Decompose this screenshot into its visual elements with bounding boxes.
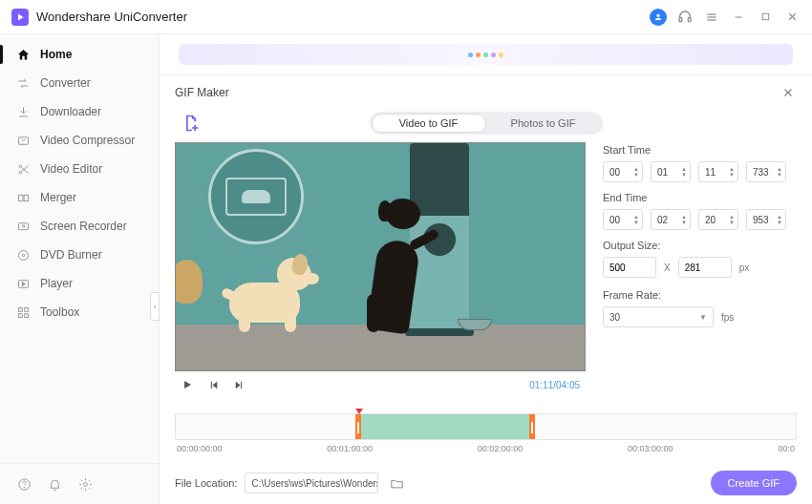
sidebar-item-label: Video Editor — [40, 162, 102, 176]
svg-point-25 — [83, 482, 87, 486]
app-logo — [11, 9, 29, 26]
x-label: X — [664, 262, 671, 273]
account-icon[interactable] — [650, 9, 667, 26]
end-m-input[interactable]: ▲▼ — [651, 209, 691, 230]
timeline[interactable] — [175, 413, 797, 440]
svg-rect-14 — [18, 222, 28, 229]
add-file-icon[interactable] — [181, 113, 202, 134]
height-input[interactable] — [678, 257, 732, 278]
end-ms-input[interactable]: ▲▼ — [746, 209, 786, 230]
panel-title: GIF Maker — [175, 86, 229, 99]
sidebar-item-downloader[interactable]: Downloader — [0, 97, 159, 126]
download-icon — [15, 104, 31, 119]
next-frame-button[interactable] — [233, 379, 246, 391]
end-time-label: End Time — [603, 192, 797, 203]
sidebar-collapse[interactable]: ‹ — [150, 292, 160, 321]
svg-point-15 — [22, 224, 25, 227]
file-location-label: File Location: — [175, 477, 237, 489]
sidebar-item-label: Downloader — [40, 105, 101, 118]
sidebar-item-label: Toolbox — [40, 305, 79, 319]
help-icon[interactable] — [15, 475, 32, 493]
bell-icon[interactable] — [46, 475, 63, 493]
grid-icon — [15, 304, 31, 320]
sidebar-item-toolbox[interactable]: Toolbox — [0, 298, 159, 326]
converter-icon — [15, 75, 31, 91]
svg-point-24 — [24, 487, 25, 488]
headset-icon[interactable] — [676, 9, 694, 26]
start-h-input[interactable]: ▲▼ — [603, 161, 643, 182]
merge-icon — [15, 190, 31, 205]
svg-point-10 — [19, 165, 22, 168]
sidebar-item-label: Merger — [40, 191, 76, 204]
sidebar-item-merger[interactable]: Merger — [0, 183, 159, 212]
sidebar-item-label: Home — [40, 48, 72, 61]
sidebar-item-compressor[interactable]: Video Compressor — [0, 126, 159, 155]
playhead[interactable] — [355, 409, 363, 414]
compress-icon — [15, 133, 31, 148]
svg-point-17 — [22, 254, 25, 257]
start-s-input[interactable]: ▲▼ — [698, 161, 738, 182]
record-icon — [15, 219, 31, 234]
svg-rect-12 — [18, 195, 22, 200]
close-icon[interactable] — [783, 9, 801, 26]
svg-point-16 — [18, 250, 28, 260]
end-s-input[interactable]: ▲▼ — [698, 209, 738, 230]
mode-tabs: Video to GIF Photos to GIF — [370, 112, 603, 135]
sidebar-item-label: Screen Recorder — [40, 220, 127, 233]
start-ms-input[interactable]: ▲▼ — [746, 161, 786, 182]
tab-video-to-gif[interactable]: Video to GIF — [372, 114, 486, 133]
frame-rate-label: Frame Rate: — [603, 289, 797, 301]
open-folder-button[interactable] — [386, 472, 407, 494]
play-button[interactable] — [181, 378, 194, 391]
video-preview[interactable] — [175, 142, 586, 371]
minimize-icon[interactable] — [730, 9, 747, 26]
sidebar: Home Converter Downloader Video Compress… — [0, 34, 160, 504]
sidebar-item-converter[interactable]: Converter — [0, 69, 159, 97]
timeline-ticks: 00:00:00:00 00:01:00:00 00:02:00:00 00:0… — [175, 444, 797, 453]
settings-icon[interactable] — [76, 475, 94, 493]
px-label: px — [739, 262, 750, 273]
menu-icon[interactable] — [703, 9, 720, 26]
app-title: Wondershare UniConverter — [36, 10, 187, 24]
svg-rect-19 — [18, 307, 22, 311]
svg-rect-22 — [24, 313, 28, 317]
home-icon — [15, 47, 31, 62]
banner — [179, 44, 793, 65]
svg-rect-1 — [688, 17, 691, 21]
frame-rate-select[interactable]: 30▼ — [603, 306, 714, 327]
sidebar-item-label: DVD Burner — [40, 248, 102, 262]
maximize-icon[interactable] — [757, 9, 774, 26]
sidebar-item-label: Player — [40, 277, 73, 290]
width-input[interactable] — [603, 257, 656, 278]
svg-point-11 — [19, 171, 22, 174]
sidebar-item-label: Video Compressor — [40, 134, 135, 147]
tab-photos-to-gif[interactable]: Photos to GIF — [486, 114, 601, 133]
fps-label: fps — [721, 312, 734, 323]
range-end-handle[interactable] — [529, 414, 535, 439]
time-display: 01:11/04:05 — [529, 380, 580, 390]
file-location-select[interactable]: C:\Users\ws\Pictures\Wonders▼ — [245, 472, 378, 494]
gif-maker-panel: GIF Maker Video to GIF Photos to GIF — [160, 74, 812, 504]
svg-rect-6 — [762, 13, 768, 19]
sidebar-item-dvd[interactable]: DVD Burner — [0, 241, 159, 269]
scissors-icon — [15, 161, 31, 177]
svg-rect-20 — [24, 307, 28, 311]
sidebar-item-home[interactable]: Home — [0, 40, 159, 69]
prev-frame-button[interactable] — [207, 379, 220, 391]
chevron-down-icon: ▼ — [699, 313, 707, 322]
sidebar-item-editor[interactable]: Video Editor — [0, 155, 159, 183]
player-icon — [15, 276, 31, 291]
sidebar-item-player[interactable]: Player — [0, 269, 159, 298]
start-time-label: Start Time — [603, 144, 797, 156]
disc-icon — [15, 247, 31, 262]
output-size-label: Output Size: — [603, 240, 797, 251]
svg-rect-21 — [18, 313, 22, 317]
svg-rect-0 — [679, 17, 682, 21]
create-gif-button[interactable]: Create GIF — [711, 471, 797, 495]
range-start-handle[interactable] — [355, 414, 361, 439]
sidebar-item-recorder[interactable]: Screen Recorder — [0, 212, 159, 241]
panel-close-icon[interactable] — [780, 84, 797, 101]
start-m-input[interactable]: ▲▼ — [651, 161, 691, 182]
svg-rect-13 — [24, 195, 28, 200]
end-h-input[interactable]: ▲▼ — [603, 209, 643, 230]
